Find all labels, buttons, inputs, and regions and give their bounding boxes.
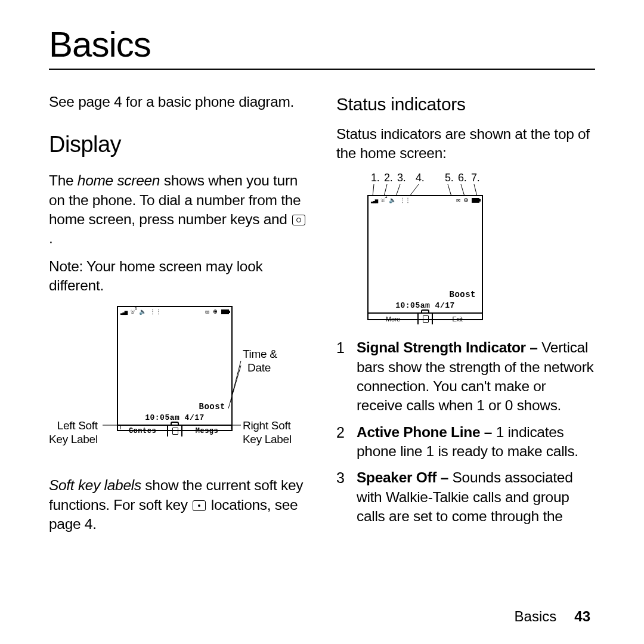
right-softkey: Mesgs <box>182 426 231 436</box>
phone-screen-2: 1 Boost 10:05am 4/17 <box>367 195 483 320</box>
svg-line-9 <box>410 184 419 196</box>
list-item: 3 Speaker Off – Sounds associated with W… <box>336 468 595 526</box>
callout-num-5: 5. <box>445 171 453 185</box>
callout-num-3: 3. <box>397 171 405 185</box>
display-paragraph-2: Note: Your home screen may look differen… <box>49 257 308 296</box>
speaker-icon <box>389 197 396 204</box>
status-bar: 1 <box>118 307 231 317</box>
ringer-icon <box>213 308 217 315</box>
svg-line-10 <box>448 184 451 196</box>
svg-line-8 <box>396 184 400 196</box>
carrier-label-2: Boost <box>369 289 482 300</box>
home-screen-diagram: 1 Boost 10:05am 4/17 <box>49 306 308 458</box>
left-column: See page 4 for a basic phone diagram. Di… <box>49 92 308 542</box>
svg-line-12 <box>474 184 477 196</box>
callout-num-1: 1. <box>371 171 379 185</box>
softkey-paragraph: Soft key labels show the current soft ke… <box>49 476 308 534</box>
ok-key-icon <box>292 215 305 225</box>
message-icon <box>456 197 460 204</box>
list-item: 1 Signal Strength Indicator – Vertical b… <box>336 338 595 415</box>
intro-text: See page 4 for a basic phone diagram. <box>49 92 308 112</box>
status-indicators-text: Status indicators are shown at the top o… <box>336 125 595 163</box>
callout-num-4: 4. <box>416 171 424 185</box>
callout-num-6: 6. <box>458 171 466 185</box>
callout-num-2: 2. <box>384 171 392 185</box>
indicator-list: 1 Signal Strength Indicator – Vertical b… <box>336 338 595 526</box>
network-icon <box>400 197 411 204</box>
status-indicators-diagram: 1. 2. 3. 4. 5. 6. 7. <box>336 171 595 332</box>
signal-icon <box>371 197 377 204</box>
callout-num-7: 7. <box>471 171 479 185</box>
carrier-label: Boost <box>118 401 231 412</box>
status-bar-2: 1 <box>369 196 482 205</box>
right-column: Status indicators Status indicators are … <box>336 92 595 542</box>
display-paragraph-1: The home screen shows when you turn on t… <box>49 171 308 248</box>
battery-icon <box>472 198 479 203</box>
center-softkey-2 <box>417 314 433 324</box>
speaker-icon <box>139 308 146 315</box>
message-icon <box>205 308 209 315</box>
status-indicators-heading: Status indicators <box>336 92 595 116</box>
page-title: Basics <box>49 24 595 70</box>
left-softkey-2: More <box>369 314 417 324</box>
svg-line-6 <box>373 184 374 196</box>
battery-icon <box>221 309 229 314</box>
signal-icon <box>120 308 126 315</box>
ringer-icon <box>464 197 467 204</box>
callout-right-softkey: Right Soft Key Label <box>243 419 292 447</box>
center-softkey <box>167 426 182 436</box>
svg-line-11 <box>461 184 465 196</box>
softkey-icon <box>193 500 206 511</box>
list-item: 2 Active Phone Line – 1 indicates phone … <box>336 423 595 462</box>
callout-time-date: Time & Date <box>243 348 277 375</box>
display-heading: Display <box>49 129 308 159</box>
left-softkey: Contcs <box>118 426 167 436</box>
network-icon <box>150 308 161 315</box>
phone-screen-1: 1 Boost 10:05am 4/17 <box>117 306 233 431</box>
page-footer: Basics43 <box>515 608 590 625</box>
phone-line-icon: 1 <box>131 308 134 315</box>
callout-left-softkey: Left Soft Key Label <box>49 419 98 447</box>
right-softkey-2: Exit <box>433 314 482 324</box>
phone-line-icon: 1 <box>381 197 385 204</box>
